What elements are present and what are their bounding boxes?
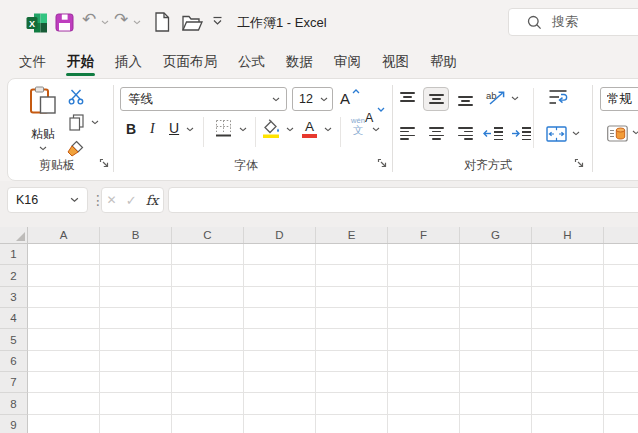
cell-C7[interactable] (172, 372, 244, 393)
align-right-button[interactable] (458, 127, 473, 140)
new-file-button[interactable] (154, 12, 170, 32)
cell-partial[interactable] (604, 329, 638, 350)
copy-button[interactable] (69, 114, 84, 131)
cell-B9[interactable] (100, 415, 172, 433)
cell-B6[interactable] (100, 351, 172, 372)
cell-A5[interactable] (28, 329, 100, 350)
cell-D1[interactable] (244, 244, 316, 265)
cell-B2[interactable] (100, 265, 172, 286)
merge-center-button[interactable] (546, 126, 567, 142)
cell-B7[interactable] (100, 372, 172, 393)
cell-C6[interactable] (172, 351, 244, 372)
column-header-G[interactable]: G (460, 227, 532, 243)
row-header-6[interactable]: 6 (0, 351, 28, 372)
tab-页面布局[interactable]: 页面布局 (162, 46, 218, 78)
decrease-font-size-button[interactable]: A (365, 107, 385, 125)
cell-A1[interactable] (28, 244, 100, 265)
italic-button[interactable]: I (150, 121, 155, 137)
cell-F6[interactable] (388, 351, 460, 372)
cell-C5[interactable] (172, 329, 244, 350)
cell-F5[interactable] (388, 329, 460, 350)
cell-C3[interactable] (172, 287, 244, 308)
font-dialog-launcher-icon[interactable] (377, 158, 387, 168)
fill-color-button[interactable] (262, 119, 280, 138)
cell-D8[interactable] (244, 393, 316, 414)
enter-button[interactable]: ✓ (126, 193, 137, 208)
cell-H8[interactable] (532, 393, 604, 414)
fill-color-dropdown-chevron-icon[interactable] (286, 127, 294, 132)
cell-C9[interactable] (172, 415, 244, 433)
select-all-button[interactable] (0, 227, 28, 243)
column-header-A[interactable]: A (28, 227, 100, 243)
column-header-C[interactable]: C (172, 227, 244, 243)
font-color-dropdown-chevron-icon[interactable] (324, 127, 332, 132)
cell-B1[interactable] (100, 244, 172, 265)
cell-D9[interactable] (244, 415, 316, 433)
cell-H4[interactable] (532, 308, 604, 329)
cell-H7[interactable] (532, 372, 604, 393)
formula-input[interactable] (168, 187, 638, 213)
cell-B4[interactable] (100, 308, 172, 329)
cell-B3[interactable] (100, 287, 172, 308)
cell-B5[interactable] (100, 329, 172, 350)
cell-partial[interactable] (604, 287, 638, 308)
row-header-5[interactable]: 5 (0, 329, 28, 350)
cell-F2[interactable] (388, 265, 460, 286)
font-size-combobox[interactable]: 12 (292, 87, 333, 111)
cell-partial[interactable] (604, 265, 638, 286)
cell-A8[interactable] (28, 393, 100, 414)
tab-公式[interactable]: 公式 (237, 46, 266, 78)
decrease-indent-button[interactable] (483, 127, 503, 140)
bottom-align-button[interactable] (458, 92, 473, 106)
cell-G8[interactable] (460, 393, 532, 414)
accounting-format-button[interactable] (607, 124, 628, 143)
cell-G5[interactable] (460, 329, 532, 350)
cell-A9[interactable] (28, 415, 100, 433)
borders-dropdown-chevron-icon[interactable] (239, 127, 247, 132)
cell-H9[interactable] (532, 415, 604, 433)
wrap-text-button[interactable] (548, 88, 568, 106)
middle-align-button[interactable] (423, 87, 449, 111)
cell-D5[interactable] (244, 329, 316, 350)
cell-D6[interactable] (244, 351, 316, 372)
cell-C1[interactable] (172, 244, 244, 265)
row-header-2[interactable]: 2 (0, 265, 28, 286)
undo-dropdown-chevron-icon[interactable] (101, 20, 109, 25)
cell-partial[interactable] (604, 415, 638, 433)
tab-帮助[interactable]: 帮助 (429, 46, 458, 78)
cell-E5[interactable] (316, 329, 388, 350)
cell-E1[interactable] (316, 244, 388, 265)
cell-G1[interactable] (460, 244, 532, 265)
merge-dropdown-chevron-icon[interactable] (572, 131, 580, 136)
borders-button[interactable] (215, 119, 232, 137)
align-center-button[interactable] (429, 127, 444, 140)
tab-文件[interactable]: 文件 (18, 46, 47, 78)
column-header-partial[interactable] (604, 227, 638, 243)
paste-dropdown-chevron-icon[interactable] (39, 146, 47, 151)
font-color-button[interactable]: A (302, 120, 317, 138)
format-painter-button[interactable] (67, 140, 84, 157)
underline-dropdown-chevron-icon[interactable] (186, 127, 194, 132)
cell-D3[interactable] (244, 287, 316, 308)
row-header-4[interactable]: 4 (0, 308, 28, 329)
column-header-B[interactable]: B (100, 227, 172, 243)
cell-A7[interactable] (28, 372, 100, 393)
name-box[interactable]: K16 (7, 187, 88, 213)
phonetic-guide-button[interactable]: wén 文 (348, 117, 368, 135)
row-header-9[interactable]: 9 (0, 415, 28, 433)
column-header-H[interactable]: H (532, 227, 604, 243)
cell-F3[interactable] (388, 287, 460, 308)
number-format-combobox[interactable]: 常规 (600, 87, 638, 111)
row-header-3[interactable]: 3 (0, 287, 28, 308)
cell-partial[interactable] (604, 372, 638, 393)
cell-partial[interactable] (604, 351, 638, 372)
bold-button[interactable]: B (126, 121, 136, 137)
cut-button[interactable] (68, 89, 84, 105)
undo-button[interactable]: ↶ (82, 11, 96, 28)
cell-A3[interactable] (28, 287, 100, 308)
cell-C2[interactable] (172, 265, 244, 286)
cell-E9[interactable] (316, 415, 388, 433)
row-header-7[interactable]: 7 (0, 372, 28, 393)
cell-G2[interactable] (460, 265, 532, 286)
row-header-1[interactable]: 1 (0, 244, 28, 265)
